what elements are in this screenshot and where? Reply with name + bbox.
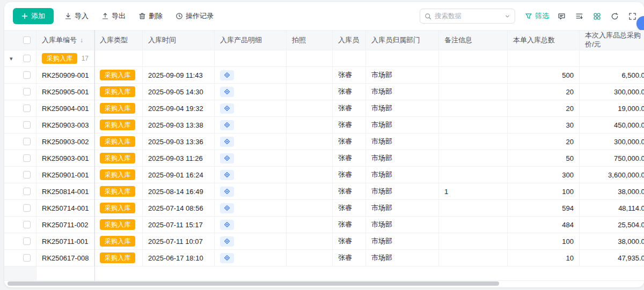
- row-id-cell[interactable]: RK250905-001: [36, 84, 94, 100]
- column-header-dept[interactable]: 入库员归属部门: [366, 31, 439, 50]
- row-note-cell[interactable]: [439, 233, 508, 249]
- row-checkbox[interactable]: [23, 188, 31, 195]
- row-checkbox[interactable]: [23, 105, 31, 112]
- row-photo-cell[interactable]: [287, 100, 333, 116]
- row-time-cell[interactable]: 2025-09-04 19:32: [143, 100, 215, 116]
- table-row[interactable]: RK250909-001 采购入库 2025-09-09 11:43 张睿 市场…: [4, 67, 644, 84]
- row-detail-cell[interactable]: [215, 67, 287, 83]
- column-header-type[interactable]: 入库类型: [94, 31, 143, 50]
- row-dept-cell[interactable]: 市场部: [366, 84, 439, 100]
- row-detail-cell[interactable]: [215, 84, 287, 100]
- table-row[interactable]: RK250903-002 采购入库 2025-09-03 13:36 张睿 市场…: [4, 133, 644, 150]
- linked-record-chip[interactable]: [220, 203, 234, 213]
- table-row[interactable]: RK250901-001 采购入库 2025-09-01 16:24 张睿 市场…: [4, 167, 644, 183]
- row-dept-cell[interactable]: 市场部: [366, 250, 439, 266]
- row-qty-cell[interactable]: 50: [508, 150, 580, 166]
- row-operator-cell[interactable]: 张睿: [333, 217, 366, 233]
- row-photo-cell[interactable]: [287, 250, 333, 266]
- row-dept-cell[interactable]: 市场部: [366, 150, 439, 166]
- row-type-cell[interactable]: 采购入库: [94, 133, 143, 150]
- linked-record-chip[interactable]: [220, 103, 234, 114]
- row-time-cell[interactable]: 2025-09-03 13:38: [143, 117, 215, 133]
- row-time-cell[interactable]: 2025-06-17 18:10: [143, 250, 215, 266]
- table-row[interactable]: RK250714-001 采购入库 2025-07-14 08:56 张睿 市场…: [4, 200, 644, 217]
- row-id-cell[interactable]: RK250714-001: [36, 200, 94, 216]
- row-id-cell[interactable]: RK250903-003: [36, 117, 94, 133]
- row-type-cell[interactable]: 采购入库: [94, 117, 143, 133]
- search-input[interactable]: [435, 12, 501, 20]
- row-checkbox[interactable]: [23, 171, 31, 179]
- import-button[interactable]: 导入: [62, 8, 91, 24]
- row-dept-cell[interactable]: 市场部: [366, 200, 439, 216]
- row-note-cell[interactable]: [439, 217, 508, 233]
- row-qty-cell[interactable]: 594: [508, 200, 580, 216]
- row-operator-cell[interactable]: 张睿: [333, 150, 366, 166]
- row-checkbox[interactable]: [23, 71, 31, 79]
- sort-desc-icon[interactable]: ↓: [80, 36, 83, 44]
- linked-record-chip[interactable]: [220, 153, 234, 163]
- collapse-icon[interactable]: ▾: [10, 55, 13, 62]
- row-price-cell[interactable]: 38,000.00: [580, 183, 644, 199]
- linked-record-chip[interactable]: [220, 236, 234, 247]
- export-button[interactable]: 导出: [99, 8, 128, 24]
- row-type-cell[interactable]: 采购入库: [94, 183, 143, 199]
- row-checkbox[interactable]: [23, 138, 31, 145]
- table-row[interactable]: RK250904-001 采购入库 2025-09-04 19:32 张睿 市场…: [4, 100, 644, 117]
- linked-record-chip[interactable]: [220, 137, 234, 147]
- row-time-cell[interactable]: 2025-09-05 14:30: [143, 84, 215, 100]
- row-qty-cell[interactable]: 30: [508, 117, 580, 133]
- row-operator-cell[interactable]: 张睿: [333, 250, 366, 266]
- row-price-cell[interactable]: 3,600,000.00: [580, 167, 644, 183]
- row-detail-cell[interactable]: [215, 233, 287, 249]
- row-price-cell[interactable]: 38,000.00: [580, 233, 644, 249]
- add-button[interactable]: 添加: [13, 8, 54, 24]
- row-operator-cell[interactable]: 张睿: [333, 67, 366, 83]
- row-id-cell[interactable]: RK250617-008: [36, 250, 94, 266]
- group-checkbox[interactable]: [23, 55, 31, 62]
- horizontal-scrollbar[interactable]: [8, 281, 499, 286]
- row-height-button[interactable]: [572, 9, 587, 24]
- group-row[interactable]: ▾ 采购入库 17: [4, 50, 644, 67]
- row-note-cell[interactable]: [439, 84, 508, 100]
- row-price-cell[interactable]: 19,000.00: [580, 100, 644, 116]
- row-note-cell[interactable]: [439, 150, 508, 166]
- delete-button[interactable]: 删除: [136, 8, 165, 24]
- row-price-cell[interactable]: 47,935.00: [580, 250, 644, 266]
- row-id-cell[interactable]: RK250903-002: [36, 133, 94, 150]
- row-type-cell[interactable]: 采购入库: [94, 100, 143, 116]
- refresh-button[interactable]: [607, 9, 622, 24]
- row-qty-cell[interactable]: 300: [508, 167, 580, 183]
- row-time-cell[interactable]: 2025-09-03 13:36: [143, 133, 215, 150]
- row-photo-cell[interactable]: [287, 183, 333, 199]
- row-qty-cell[interactable]: 20: [508, 100, 580, 116]
- history-button[interactable]: 操作记录: [173, 8, 216, 24]
- row-photo-cell[interactable]: [287, 200, 333, 216]
- row-note-cell[interactable]: [439, 167, 508, 183]
- row-checkbox[interactable]: [23, 254, 31, 262]
- row-detail-cell[interactable]: [215, 167, 287, 183]
- row-photo-cell[interactable]: [287, 217, 333, 233]
- row-dept-cell[interactable]: 市场部: [366, 233, 439, 249]
- row-operator-cell[interactable]: 张睿: [333, 84, 366, 100]
- row-time-cell[interactable]: 2025-07-11 10:07: [143, 233, 215, 249]
- chevron-down-icon[interactable]: [504, 13, 510, 19]
- linked-record-chip[interactable]: [220, 170, 234, 180]
- linked-record-chip[interactable]: [220, 120, 234, 130]
- column-header-operator[interactable]: 入库员: [333, 31, 366, 50]
- table-row[interactable]: RK250905-001 采购入库 2025-09-05 14:30 张睿 市场…: [4, 84, 644, 100]
- row-dept-cell[interactable]: 市场部: [366, 67, 439, 83]
- row-qty-cell[interactable]: 20: [508, 84, 580, 100]
- row-type-cell[interactable]: 采购入库: [94, 217, 143, 233]
- row-photo-cell[interactable]: [287, 117, 333, 133]
- row-type-cell[interactable]: 采购入库: [94, 250, 143, 266]
- row-detail-cell[interactable]: [215, 217, 287, 233]
- linked-record-chip[interactable]: [220, 70, 234, 80]
- row-id-cell[interactable]: RK250903-001: [36, 150, 94, 166]
- grid-view-button[interactable]: [589, 9, 604, 24]
- column-header-time[interactable]: 入库时间: [143, 31, 215, 50]
- row-qty-cell[interactable]: 484: [508, 217, 580, 233]
- row-checkbox[interactable]: [23, 221, 31, 228]
- table-row[interactable]: RK250711-001 采购入库 2025-07-11 10:07 张睿 市场…: [4, 233, 644, 250]
- row-checkbox[interactable]: [23, 204, 31, 212]
- row-price-cell[interactable]: 300,000.00: [580, 133, 644, 150]
